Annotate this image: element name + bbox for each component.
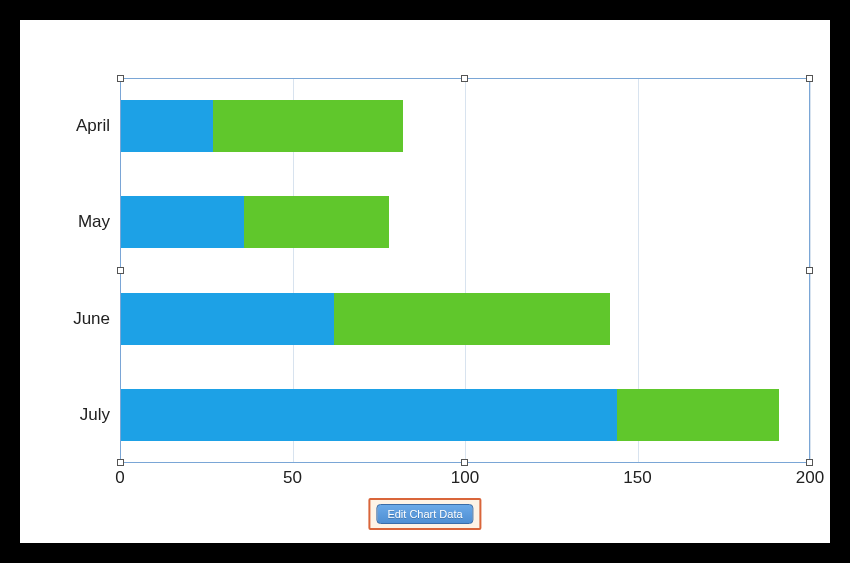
- app-window: AprilMayJuneJuly 050100150200 Edit Chart…: [0, 0, 850, 563]
- bar-segment[interactable]: [120, 389, 617, 441]
- resize-handle-ne[interactable]: [806, 75, 813, 82]
- bar-segment[interactable]: [213, 100, 403, 152]
- chart-object[interactable]: AprilMayJuneJuly: [120, 78, 810, 463]
- edit-chart-data-highlight: Edit Chart Data: [368, 498, 481, 530]
- edit-chart-data-button[interactable]: Edit Chart Data: [376, 504, 473, 524]
- resize-handle-s[interactable]: [461, 459, 468, 466]
- bar-row: May: [120, 196, 810, 248]
- bar-segment[interactable]: [617, 389, 779, 441]
- bar-row: April: [120, 100, 810, 152]
- bar-segment[interactable]: [120, 196, 244, 248]
- x-tick-label: 150: [623, 468, 651, 488]
- category-label: May: [78, 212, 110, 232]
- bar-segment[interactable]: [120, 293, 334, 345]
- resize-handle-w[interactable]: [117, 267, 124, 274]
- bar-row: July: [120, 389, 810, 441]
- category-label: July: [80, 405, 110, 425]
- x-tick-label: 200: [796, 468, 824, 488]
- plot-area: AprilMayJuneJuly: [120, 78, 810, 463]
- category-label: June: [73, 309, 110, 329]
- resize-handle-n[interactable]: [461, 75, 468, 82]
- category-label: April: [76, 116, 110, 136]
- resize-handle-se[interactable]: [806, 459, 813, 466]
- resize-handle-nw[interactable]: [117, 75, 124, 82]
- bar-row: June: [120, 293, 810, 345]
- bar-segment[interactable]: [334, 293, 610, 345]
- bar-segment[interactable]: [120, 100, 213, 152]
- resize-handle-e[interactable]: [806, 267, 813, 274]
- resize-handle-sw[interactable]: [117, 459, 124, 466]
- x-tick-label: 50: [283, 468, 302, 488]
- x-axis: 050100150200: [120, 468, 810, 492]
- x-tick-label: 0: [115, 468, 124, 488]
- document-canvas[interactable]: AprilMayJuneJuly 050100150200 Edit Chart…: [20, 20, 830, 543]
- bar-segment[interactable]: [244, 196, 389, 248]
- x-tick-label: 100: [451, 468, 479, 488]
